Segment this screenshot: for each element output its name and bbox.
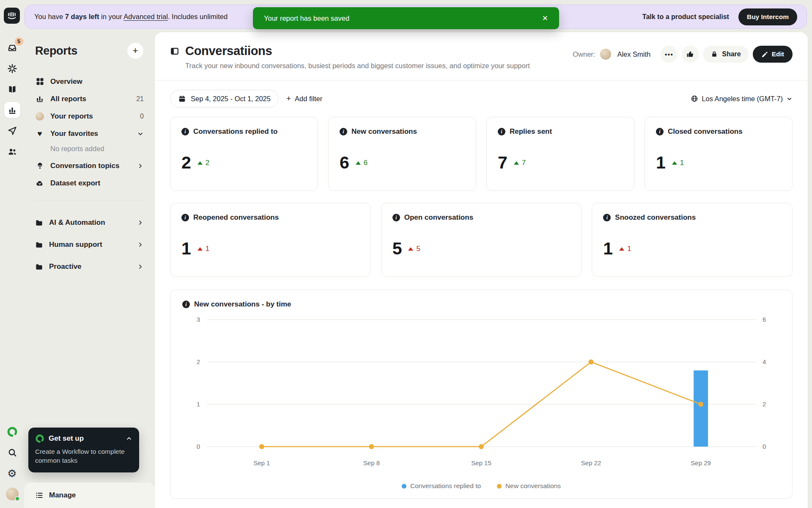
legend-item-conversations-replied-to[interactable]: Conversations replied to [402, 482, 481, 490]
page-subtitle: Track your new inbound conversations, bu… [185, 62, 530, 70]
rail-knowledge-item[interactable] [4, 81, 20, 97]
info-icon[interactable]: i [392, 214, 400, 221]
more-options-button[interactable]: ••• [661, 46, 678, 63]
rail-profile-item[interactable] [4, 486, 20, 502]
lightbulb-icon [35, 162, 44, 170]
collapse-panel-icon[interactable] [170, 47, 179, 56]
svg-text:Sep 8: Sep 8 [363, 459, 380, 467]
metric-delta: 1 [672, 159, 684, 167]
folder-icon [35, 219, 43, 227]
trend-up-icon [514, 161, 519, 165]
legend-item-new-conversations[interactable]: New conversations [497, 482, 561, 490]
metric-cards-row-2: iReopened conversations11iOpen conversat… [155, 203, 808, 277]
metric-card-closed-conversations: iClosed conversations11 [645, 117, 793, 191]
trend-up-icon [619, 247, 624, 251]
rail-fin-ai-item[interactable] [4, 61, 20, 77]
chevron-up-icon[interactable] [126, 435, 132, 442]
metric-card-open-conversations: iOpen conversations55 [381, 203, 582, 277]
legend-dot [402, 484, 406, 489]
rail-search-item[interactable] [4, 444, 20, 461]
add-filter-button[interactable]: + Add filter [286, 94, 322, 103]
timezone-selector[interactable]: Los Angeles time (GMT-7) [691, 95, 793, 103]
svg-text:2: 2 [197, 358, 200, 365]
metric-delta: 2 [198, 159, 209, 167]
metric-title-text: New conversations [351, 127, 417, 136]
rail-settings-item[interactable]: ⚙ [4, 465, 20, 481]
sidebar-item-count: 0 [140, 113, 144, 120]
chart-title: New conversations - by time [194, 300, 291, 309]
metric-card-replies-sent: iReplies sent77 [486, 117, 634, 191]
new-report-button[interactable]: + [127, 42, 144, 59]
svg-text:0: 0 [763, 443, 766, 450]
sidebar-item-your-reports[interactable]: Your reports 0 [35, 108, 144, 125]
metric-delta: 5 [408, 245, 420, 253]
trend-up-icon [356, 161, 361, 165]
chevron-right-icon [137, 219, 144, 226]
metric-title-text: Replies sent [510, 127, 552, 136]
sidebar-item-conversation-topics[interactable]: Conversation topics [35, 157, 144, 174]
get-set-up-card[interactable]: Get set up Create a Workflow to complete… [28, 428, 139, 472]
heart-icon: ♥ [35, 130, 44, 138]
timezone-value: Los Angeles time (GMT-7) [702, 95, 783, 103]
sidebar-item-overview[interactable]: Overview [35, 73, 144, 90]
trend-up-icon [408, 247, 413, 251]
feedback-button[interactable] [682, 46, 699, 63]
rail-outbound-item[interactable] [4, 123, 20, 139]
metric-cards-row-1: iConversations replied to22iNew conversa… [155, 117, 808, 191]
chevron-right-icon [137, 241, 144, 248]
starburst-icon [7, 64, 17, 74]
sidebar-item-all-reports[interactable]: All reports 21 [35, 90, 144, 108]
metric-card-conversations-replied-to: iConversations replied to22 [170, 117, 318, 191]
rail-inbox-item[interactable]: 5 [4, 40, 20, 56]
info-icon[interactable]: i [498, 128, 505, 135]
chevron-down-icon [786, 96, 793, 102]
metric-title: iClosed conversations [656, 127, 781, 136]
get-set-up-body: Create a Workflow to complete common tas… [35, 447, 132, 465]
metric-title: iReopened conversations [181, 213, 359, 222]
inbox-badge: 5 [15, 37, 23, 46]
info-icon[interactable]: i [181, 214, 189, 221]
cloud-download-icon [35, 179, 44, 188]
search-icon [7, 447, 17, 458]
sidebar-item-label: Your reports [50, 112, 134, 121]
sidebar-folder-ai-automation[interactable]: AI & Automation [35, 212, 144, 234]
time-series-chart: 01230246Sep 1Sep 8Sep 15Sep 22Sep 29 [182, 311, 780, 480]
sidebar-item-dataset-export[interactable]: Dataset export [35, 174, 144, 192]
sidebar-folder-proactive[interactable]: Proactive [35, 256, 144, 278]
rail-get-set-up-item[interactable] [4, 424, 20, 440]
folder-icon [35, 241, 43, 249]
people-icon [7, 146, 17, 157]
sidebar-item-your-favorites[interactable]: ♥ Your favorites [35, 125, 144, 142]
date-range-picker[interactable]: Sep 4, 2025 - Oct 1, 2025 [170, 90, 279, 108]
rail-contacts-item[interactable] [4, 144, 20, 160]
toast-close-icon[interactable]: ✕ [542, 14, 548, 23]
owner-avatar [600, 49, 611, 60]
sidebar-folder-human-support[interactable]: Human support [35, 234, 144, 256]
info-icon[interactable]: i [603, 214, 611, 221]
mini-avatar-icon [35, 112, 44, 121]
info-icon[interactable]: i [656, 128, 664, 135]
buy-intercom-button[interactable]: Buy Intercom [738, 8, 797, 25]
info-icon[interactable]: i [340, 128, 347, 135]
metric-delta: 7 [514, 159, 526, 167]
plus-icon: + [133, 45, 138, 56]
metric-value: 7 [498, 153, 507, 173]
filter-bar: Sep 4, 2025 - Oct 1, 2025 + Add filter L… [155, 80, 808, 111]
share-button[interactable]: Share [703, 46, 748, 63]
metric-title: iReplies sent [498, 127, 623, 136]
manage-button[interactable]: Manage [24, 483, 155, 508]
metric-card-snoozed-conversations: iSnoozed conversations11 [592, 203, 793, 277]
info-icon[interactable]: i [182, 301, 190, 308]
intercom-reports-screen: You have 7 days left in your Advanced tr… [0, 0, 812, 508]
metric-card-reopened-conversations: iReopened conversations11 [170, 203, 371, 277]
owner-name[interactable]: Alex Smith [617, 50, 650, 58]
info-icon[interactable]: i [181, 128, 189, 135]
talk-to-specialist-link[interactable]: Talk to a product specialist [642, 13, 729, 21]
edit-button[interactable]: Edit [753, 46, 793, 63]
metric-value: 1 [603, 239, 612, 259]
rail-reports-item[interactable] [4, 102, 20, 118]
advanced-trial-link[interactable]: Advanced trial [123, 13, 168, 20]
svg-text:4: 4 [763, 358, 766, 365]
metric-value: 6 [340, 153, 349, 173]
svg-text:2: 2 [763, 400, 766, 408]
